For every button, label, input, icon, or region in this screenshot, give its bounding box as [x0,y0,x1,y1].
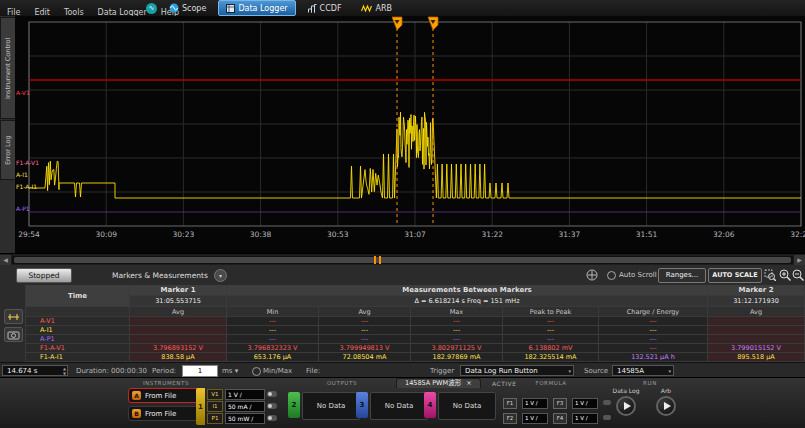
table-cell: --- [411,335,503,344]
auto-scale-button[interactable]: AUTO SCALE [708,268,762,283]
table-cell [708,326,805,335]
formula-header: FORMULA [503,380,599,386]
datalog-chart[interactable]: 29:5430:0930:2330:3830:5331:0731:2231:37… [15,16,805,253]
table-cell: 3.799949813 V [319,344,411,353]
table-cell: --- [599,344,708,353]
channel-label-ai1[interactable]: A-I1 [16,172,28,178]
channel-label-f1ai1[interactable]: F1-A-I1 [16,184,37,190]
trigger-select[interactable]: Data Log Run Button▾ [460,365,574,376]
v1-toggle[interactable] [267,391,277,397]
p1-toggle[interactable] [267,415,277,421]
marker-measure-icon[interactable] [4,309,23,324]
tab-arb[interactable]: ARB [354,1,400,15]
session-tab[interactable]: 14585A PWM波形 × [396,378,481,388]
auto-scroll-label: Auto Scroll [619,271,657,279]
duration-value: 000:00:30 [111,367,147,375]
output1-voltage-row: V1 1 V / [207,388,277,400]
pan-zoom-icon[interactable] [586,269,598,281]
table-cell: 3.799015152 V [708,344,805,353]
instrument-a-label: From File [145,392,176,400]
instrument-b-button[interactable]: B From File [128,406,204,421]
p1-scale-value[interactable]: 50 mW / [225,413,265,424]
arb-run-button[interactable] [656,396,676,416]
svg-text:30:53: 30:53 [327,230,349,239]
f4-toggle[interactable] [603,415,611,420]
instrument-b-label: From File [145,410,176,418]
ranges-button[interactable]: Ranges... [658,268,706,283]
sidetab-instrument-control[interactable]: Instrument Control [0,17,15,119]
channel-label-f1av1[interactable]: F1-A-V1 [16,160,39,166]
datalog-run-label: Data Log [608,387,644,394]
table-cell: --- [411,317,503,326]
svg-text:30:09: 30:09 [95,230,117,239]
v1-scale-value[interactable]: 1 V / [225,389,265,400]
spinner-arrows-icon[interactable]: ▲▼ [63,366,66,376]
auto-scroll-toggle[interactable] [607,271,616,280]
scroll-thumb[interactable] [14,257,791,263]
tab-scope[interactable]: Scope [162,1,213,15]
table-cell: --- [227,326,319,335]
camera-export-icon[interactable] [4,327,23,342]
scroll-right-arrow[interactable]: ▶ [794,255,805,265]
zoom-in-icon[interactable] [779,269,791,281]
output3-no-data: No Data [370,392,428,420]
i1-toggle[interactable] [267,403,277,409]
channel-label-ap1[interactable]: A-P1 [16,206,30,212]
col-min: Min [227,307,319,317]
period-label: Period: [152,367,176,375]
period-input[interactable]: 1 [182,365,218,377]
output4-channel-tab[interactable]: 4 [424,392,436,418]
scroll-track[interactable] [12,256,793,264]
close-icon[interactable]: × [466,379,471,388]
marker2-header[interactable]: Marker 2 [708,285,805,296]
svg-text:31:51: 31:51 [636,230,658,239]
svg-text:32:06: 32:06 [713,230,735,239]
marker1-header[interactable]: Marker 1 [130,285,227,296]
datalog-run-button[interactable] [616,396,636,416]
f2-scale-value[interactable]: 1 V / [522,413,548,424]
table-cell: --- [599,326,708,335]
table-cell: --- [319,326,411,335]
source-select[interactable]: 14585A▾ [612,365,674,376]
markers-measurements-dropdown[interactable]: ▾ [214,269,227,282]
time-position-spinner[interactable]: 14.674 s ▲▼ [2,365,68,376]
row-label: A-P1 [26,335,130,344]
output1-channel-tab[interactable]: 1 [196,388,205,425]
stopped-button[interactable]: Stopped [16,268,72,283]
period-unit[interactable]: ms ▾ [222,367,238,375]
marker2-time: 31:12.171930 [708,296,805,307]
trigger-value: Data Log Run Button [465,367,538,375]
tab-ccdf-label: CCDF [320,4,342,13]
minmax-radio[interactable] [252,367,261,376]
status-row: 14.674 s ▲▼ Duration: 000:00:30 Period: … [0,362,805,378]
ccdf-icon [308,4,317,13]
zoom-window-icon[interactable] [764,269,776,281]
channel-label-av1[interactable]: A-V1 [16,90,30,96]
table-cell: --- [319,317,411,326]
table-cell: 838.58 µA [130,353,227,362]
table-cell: 3.796893152 V [130,344,227,353]
source-value: 14585A [617,367,644,375]
col-peak-to-peak: Peak to Peak [503,307,599,317]
file-label: File: [306,367,320,375]
p1-chip: P1 [207,413,223,424]
run-header: RUN [612,380,688,386]
svg-text:30:38: 30:38 [250,230,272,239]
table-cell: --- [319,335,411,344]
tab-ccdf[interactable]: CCDF [301,1,349,15]
scroll-left-arrow[interactable]: ◀ [0,255,11,265]
i1-scale-value[interactable]: 50 mA / [225,401,265,412]
output2-channel-tab[interactable]: 2 [288,392,300,418]
row-label: A-V1 [26,317,130,326]
zoom-out-icon[interactable] [792,269,804,281]
f4-scale-value[interactable]: 1 V / [572,413,598,424]
sidetab-error-log[interactable]: Error Log [0,120,15,180]
marker1-sub: Avg [130,307,227,317]
table-cell [130,326,227,335]
tab-data-logger[interactable]: Data Logger [218,0,295,16]
output3-channel-tab[interactable]: 3 [356,392,368,418]
session-tab-label: 14585A PWM波形 [405,379,461,388]
svg-text:30:23: 30:23 [173,230,195,239]
instrument-a-button[interactable]: A From File [128,388,204,403]
table-cell: 653.176 µA [227,353,319,362]
